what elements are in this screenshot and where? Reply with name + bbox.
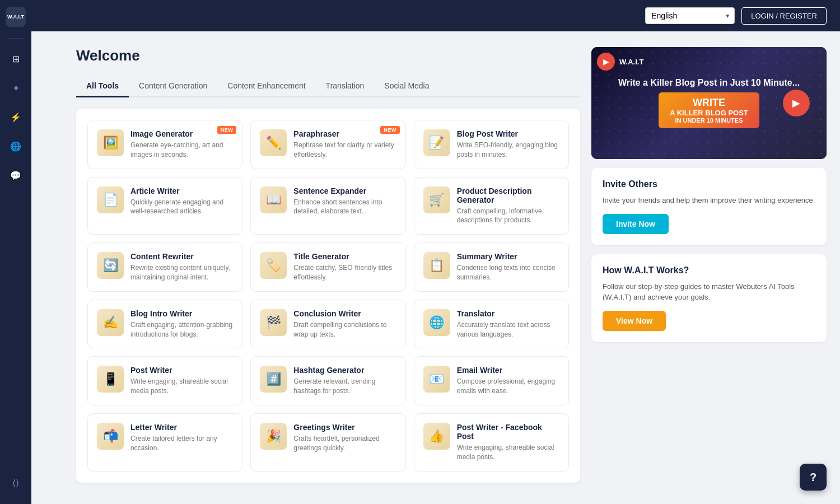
invite-now-button[interactable]: Invite Now <box>603 214 669 234</box>
tool-name-blog-post: Blog Post Writer <box>457 129 559 138</box>
sidebar-item-bolt[interactable]: ⚡ <box>7 108 25 126</box>
tool-card-summary-writer[interactable]: 📋 Summary Writer Condense long texts int… <box>414 242 569 292</box>
view-now-button[interactable]: View Now <box>603 311 666 331</box>
sidebar-item-tag[interactable]: ✦ <box>7 79 25 97</box>
main-content: Welcome All Tools Content Generation Con… <box>63 31 840 504</box>
tool-icon-hashtag: #️⃣ <box>260 366 287 393</box>
question-mark-icon: ? <box>810 471 816 484</box>
tool-card-content-rewriter[interactable]: 🔄 Content Rewriter Rewrite existing cont… <box>87 242 242 292</box>
tool-desc-title-gen: Create catchy, SEO-friendly titles effor… <box>293 263 396 282</box>
tool-name-fb-post: Post Writer - Facebook Post <box>457 423 559 441</box>
tab-social-media[interactable]: Social Media <box>374 76 439 97</box>
tool-icon-greetings: 🎉 <box>260 423 287 450</box>
video-logo: ▶ W.A.I.T <box>597 53 643 71</box>
tool-desc-summary: Condense long texts into concise summari… <box>457 263 559 282</box>
sidebar-item-globe[interactable]: 🌐 <box>7 137 25 155</box>
language-select[interactable]: English Spanish French German Arabic <box>645 7 735 24</box>
tool-icon-title-gen: 🏷️ <box>260 252 287 279</box>
tool-desc-greetings: Crafts heartfelt, personalized greetings… <box>293 434 396 453</box>
tab-all-tools[interactable]: All Tools <box>76 76 129 97</box>
tool-desc-post-writer: Write engaging, shareable social media p… <box>130 377 233 396</box>
tab-content-enhancement[interactable]: Content Enhancement <box>217 76 315 97</box>
tool-icon-email: 📧 <box>423 366 450 393</box>
tab-content-generation[interactable]: Content Generation <box>129 76 217 97</box>
tool-card-paraphraser[interactable]: ✏️ Paraphraser Rephrase text for clarity… <box>250 120 405 169</box>
sidebar-collapse-button[interactable]: ⟨⟩ <box>7 474 25 492</box>
tool-card-image-generator[interactable]: 🖼️ Image Generator Generate eye-catching… <box>87 120 242 169</box>
tool-card-translator[interactable]: 🌐 Translator Accurately translate text a… <box>414 300 569 349</box>
tool-card-letter-writer[interactable]: 📬 Letter Writer Create tailored letters … <box>87 413 242 472</box>
tool-desc-paraphraser: Rephrase text for clarity or variety eff… <box>293 141 396 160</box>
language-selector-wrapper: English Spanish French German Arabic <box>645 7 735 24</box>
tool-desc-blog-intro: Craft engaging, attention-grabbing intro… <box>130 320 233 339</box>
tool-icon-product-desc: 🛒 <box>423 186 450 213</box>
tool-name-sentence-exp: Sentence Expander <box>293 186 396 195</box>
tool-name-content-rew: Content Rewriter <box>130 252 233 261</box>
sidebar-item-home[interactable]: ⊞ <box>7 50 25 68</box>
tool-name-greetings: Greetings Writer <box>293 423 396 432</box>
tool-desc-image-generator: Generate eye-catching, art and images in… <box>130 141 233 160</box>
sidebar: W.A.I.T ⊞ ✦ ⚡ 🌐 💬 ⟨⟩ <box>0 0 31 504</box>
tool-name-hashtag: Hashtag Generator <box>293 366 396 375</box>
tool-card-sentence-expander[interactable]: 📖 Sentence Expander Enhance short senten… <box>250 177 405 235</box>
tool-icon-translator: 🌐 <box>423 309 450 336</box>
right-panel: ▶ W.A.I.T Write a Killer Blog Post in Ju… <box>591 47 827 488</box>
tool-name-translator: Translator <box>457 309 559 318</box>
tool-desc-product-desc: Craft compelling, informative descriptio… <box>457 207 559 226</box>
badge-new-image-generator: NEW <box>217 126 237 134</box>
page-title: Welcome <box>76 47 580 64</box>
video-logo-text: W.A.I.T <box>619 58 643 66</box>
tool-icon-paraphraser: ✏️ <box>260 129 287 156</box>
sidebar-logo[interactable]: W.A.I.T <box>6 7 26 27</box>
tool-desc-conclusion: Draft compelling conclusions to wrap up … <box>293 320 396 339</box>
tool-icon-blog-post: 📝 <box>423 129 450 156</box>
tool-card-article-writer[interactable]: 📄 Article Writer Quickly generate engagi… <box>87 177 242 235</box>
how-it-works-card: How W.A.I.T Works? Follow our step-by-st… <box>591 254 827 342</box>
tool-card-hashtag-gen[interactable]: #️⃣ Hashtag Generator Generate relevant,… <box>250 356 405 405</box>
tool-card-conclusion-writer[interactable]: 🏁 Conclusion Writer Draft compelling con… <box>250 300 405 349</box>
invite-card-title: Invite Others <box>603 179 815 189</box>
tool-desc-translator: Accurately translate text across various… <box>457 320 559 339</box>
video-play-button[interactable]: ▶ <box>783 90 810 116</box>
sidebar-divider <box>7 38 24 39</box>
tool-icon-conclusion: 🏁 <box>260 309 287 336</box>
video-card[interactable]: ▶ W.A.I.T Write a Killer Blog Post in Ju… <box>591 47 827 159</box>
tool-name-letter: Letter Writer <box>130 423 233 432</box>
tool-icon-blog-intro: ✍️ <box>97 309 124 336</box>
tools-grid: 🖼️ Image Generator Generate eye-catching… <box>87 120 569 472</box>
sidebar-item-chat[interactable]: 💬 <box>7 166 25 184</box>
tool-desc-letter: Create tailored letters for any occasion… <box>130 434 233 453</box>
tool-name-article: Article Writer <box>130 186 233 195</box>
login-register-button[interactable]: LOGIN / REGISTER <box>741 7 827 25</box>
tool-name-product-desc: Product Description Generator <box>457 186 559 204</box>
tool-desc-content-rew: Rewrite existing content uniquely, maint… <box>130 263 233 282</box>
content-area: Welcome All Tools Content Generation Con… <box>76 47 580 488</box>
tool-desc-hashtag: Generate relevant, trending hashtags for… <box>293 377 396 396</box>
help-button[interactable]: ? <box>800 464 827 491</box>
tool-card-post-writer[interactable]: 📱 Post Writer Write engaging, shareable … <box>87 356 242 405</box>
tool-name-email: Email Writer <box>457 366 559 375</box>
tool-card-product-desc[interactable]: 🛒 Product Description Generator Craft co… <box>414 177 569 235</box>
tab-translation[interactable]: Translation <box>316 76 375 97</box>
tool-icon-content-rew: 🔄 <box>97 252 124 279</box>
tool-card-email-writer[interactable]: 📧 Email Writer Compose professional, eng… <box>414 356 569 405</box>
tool-card-blog-post-writer[interactable]: 📝 Blog Post Writer Write SEO-friendly, e… <box>414 120 569 169</box>
tool-card-title-generator[interactable]: 🏷️ Title Generator Create catchy, SEO-fr… <box>250 242 405 292</box>
tool-name-post-writer: Post Writer <box>130 366 233 375</box>
tool-card-fb-post-writer[interactable]: 👍 Post Writer - Facebook Post Write enga… <box>414 413 569 472</box>
invite-card-desc: Invite your friends and help them improv… <box>603 195 815 206</box>
how-it-works-desc: Follow our step-by-step guides to master… <box>603 281 815 303</box>
tool-name-conclusion: Conclusion Writer <box>293 309 396 318</box>
tool-card-greetings-writer[interactable]: 🎉 Greetings Writer Crafts heartfelt, per… <box>250 413 405 472</box>
tool-desc-fb-post: Write engaging, shareable social media p… <box>457 443 559 462</box>
tool-icon-fb-post: 👍 <box>423 423 450 450</box>
tool-icon-summary: 📋 <box>423 252 450 279</box>
tool-name-blog-intro: Blog Intro Writer <box>130 309 233 318</box>
tool-card-blog-intro[interactable]: ✍️ Blog Intro Writer Craft engaging, att… <box>87 300 242 349</box>
how-it-works-title: How W.A.I.T Works? <box>603 265 815 276</box>
tool-desc-sentence-exp: Enhance short sentences into detailed, e… <box>293 198 396 217</box>
tool-desc-blog-post: Write SEO-friendly, engaging blog posts … <box>457 141 559 160</box>
tabs-bar: All Tools Content Generation Content Enh… <box>76 76 580 97</box>
tool-icon-letter: 📬 <box>97 423 124 450</box>
tool-name-title-gen: Title Generator <box>293 252 396 261</box>
